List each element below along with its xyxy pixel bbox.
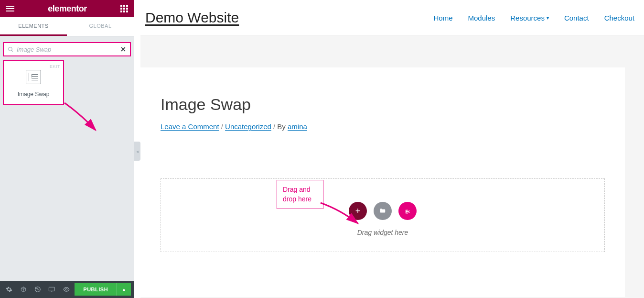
widget-image-swap[interactable]: EKIT ↕ Image Swap xyxy=(3,60,64,105)
leave-comment-link[interactable]: Leave a Comment xyxy=(161,122,219,131)
preview-area: Demo Website Home Modules Resources▾ Con… xyxy=(140,0,644,298)
category-link[interactable]: Uncategorized xyxy=(225,122,271,131)
svg-rect-2 xyxy=(49,287,55,291)
search-input[interactable] xyxy=(17,46,120,53)
collapse-sidebar-handle[interactable]: ◂ xyxy=(134,142,140,161)
tab-global[interactable]: GLOBAL xyxy=(67,17,134,36)
search-icon xyxy=(8,46,14,53)
navigator-icon[interactable] xyxy=(17,283,30,296)
bottom-bar: PUBLISH ▲ xyxy=(0,281,134,298)
nav-contact[interactable]: Contact xyxy=(564,14,589,22)
widget-list: EKIT ↕ Image Swap xyxy=(0,60,134,105)
folder-icon xyxy=(379,208,386,214)
nav-modules[interactable]: Modules xyxy=(468,14,495,22)
chevron-down-icon: ▾ xyxy=(547,15,549,21)
content-area: Image Swap Leave a Comment / Uncategoriz… xyxy=(140,67,625,297)
publish-button[interactable]: PUBLISH xyxy=(75,283,117,296)
history-icon[interactable] xyxy=(32,283,44,296)
search-box: ✕ xyxy=(3,42,131,56)
meta-separator: / xyxy=(221,122,225,131)
primary-nav: Home Modules Resources▾ Contact Checkout xyxy=(434,14,635,22)
svg-point-3 xyxy=(66,288,68,290)
add-section-button[interactable]: + xyxy=(349,202,367,220)
site-title[interactable]: Demo Website xyxy=(145,10,239,26)
brand-title: elementor xyxy=(48,4,87,14)
widget-badge: EKIT xyxy=(50,64,60,69)
svg-point-0 xyxy=(9,47,12,51)
apps-icon[interactable] xyxy=(120,5,128,12)
tab-elements[interactable]: ELEMENTS xyxy=(0,17,67,36)
nav-resources-label: Resources xyxy=(510,14,545,22)
nav-home[interactable]: Home xyxy=(434,14,453,22)
site-header: Demo Website Home Modules Resources▾ Con… xyxy=(140,0,644,36)
ekit-icon: ᴇ‹ xyxy=(405,208,410,215)
callout-line1: Drag and xyxy=(283,185,317,195)
annotation-arrow-1 xyxy=(62,100,105,143)
dropzone-hint: Drag widget here xyxy=(161,229,604,236)
nav-resources[interactable]: Resources▾ xyxy=(510,14,549,22)
nav-checkout[interactable]: Checkout xyxy=(604,14,634,22)
widget-label: Image Swap xyxy=(8,91,59,98)
elementor-sidebar: elementor ELEMENTS GLOBAL ✕ EKIT ↕ Image… xyxy=(0,0,134,298)
sidebar-tabs: ELEMENTS GLOBAL xyxy=(0,17,134,36)
menu-icon[interactable] xyxy=(6,6,14,11)
template-library-button[interactable] xyxy=(374,202,392,220)
annotation-callout: Drag and drop here xyxy=(277,180,323,209)
clear-search-icon[interactable]: ✕ xyxy=(120,45,126,53)
post-meta: Leave a Comment / Uncategorized / By ami… xyxy=(161,122,605,131)
elementor-dropzone[interactable]: + ᴇ‹ Drag widget here xyxy=(161,178,605,252)
sidebar-header: elementor xyxy=(0,0,134,17)
preview-icon[interactable] xyxy=(60,283,73,296)
settings-icon[interactable] xyxy=(3,283,15,296)
ekit-button[interactable]: ᴇ‹ xyxy=(398,202,417,220)
svg-line-1 xyxy=(11,50,13,52)
plus-icon: + xyxy=(355,206,361,216)
publish-group: PUBLISH ▲ xyxy=(75,283,131,296)
author-link[interactable]: amina xyxy=(288,122,307,131)
dropzone-buttons: + ᴇ‹ xyxy=(161,202,604,220)
callout-line2: drop here xyxy=(283,195,317,204)
by-label: By xyxy=(277,122,286,131)
page-title: Image Swap xyxy=(161,95,605,114)
publish-dropdown[interactable]: ▲ xyxy=(117,283,131,296)
image-swap-icon: ↕ xyxy=(26,70,41,84)
search-container: ✕ xyxy=(0,36,134,60)
responsive-icon[interactable] xyxy=(46,283,58,296)
